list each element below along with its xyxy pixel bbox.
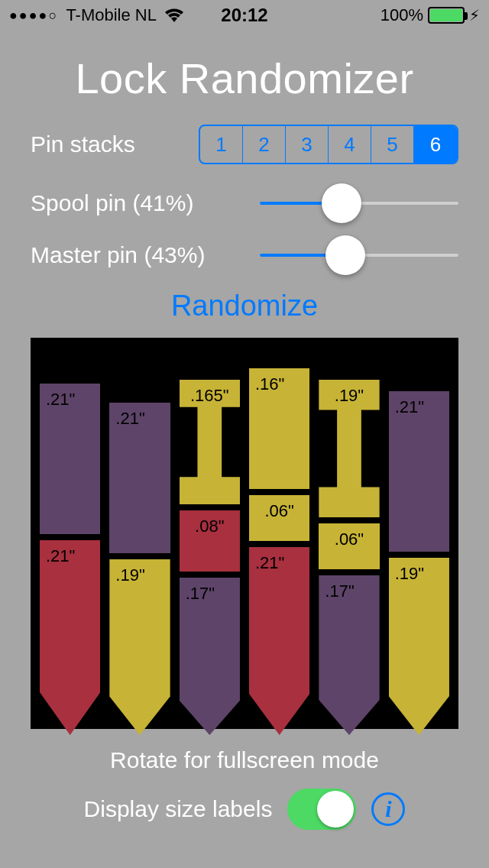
pin-size-label: .21" bbox=[395, 397, 424, 417]
pin-size-label: .08" bbox=[195, 517, 224, 536]
key-pin: .21" bbox=[40, 540, 100, 735]
pin-stack-2: .21".19" bbox=[109, 361, 170, 729]
pin-size-label: .06" bbox=[264, 501, 293, 521]
spool-pin-slider[interactable] bbox=[260, 202, 458, 205]
master-pin: .06" bbox=[319, 523, 379, 569]
pin-size-label: .16" bbox=[255, 374, 284, 394]
pin-stack-3: .165".08".17" bbox=[180, 361, 240, 729]
pin-size-label: .06" bbox=[335, 530, 364, 549]
master-slider-thumb[interactable] bbox=[325, 235, 365, 275]
key-pin: .19" bbox=[109, 559, 170, 735]
pin-stacks-option-6[interactable]: 6 bbox=[414, 126, 457, 163]
pin-stacks-option-3[interactable]: 3 bbox=[286, 126, 329, 163]
rotate-hint: Rotate for fullscreen mode bbox=[0, 747, 489, 773]
pin-stacks-row: Pin stacks 123456 bbox=[0, 125, 489, 164]
status-bar: ●●●●○ T-Mobile NL 20:12 100% ⚡︎ bbox=[0, 0, 489, 31]
master-pin: .06" bbox=[249, 495, 309, 541]
pin-stack-1: .21".21" bbox=[40, 361, 100, 729]
driver-pin: .21" bbox=[109, 403, 170, 553]
pin-stacks-label: Pin stacks bbox=[31, 131, 135, 157]
randomize-button[interactable]: Randomize bbox=[0, 290, 489, 322]
pin-visualization: .21".21".21".19".165".08".17".16".06".21… bbox=[31, 338, 458, 729]
pin-stack-4: .16".06".21" bbox=[249, 361, 309, 729]
master-pin: .08" bbox=[180, 510, 240, 572]
status-time: 20:12 bbox=[0, 5, 489, 26]
spool-pin-row: Spool pin (41%) bbox=[0, 190, 489, 216]
pin-size-label: .21" bbox=[115, 409, 144, 429]
master-pin-row: Master pin (43%) bbox=[0, 242, 489, 268]
pin-size-label: .21" bbox=[46, 390, 75, 410]
driver-pin: .21" bbox=[389, 391, 449, 552]
key-pin: .19" bbox=[389, 558, 449, 735]
pin-stacks-option-2[interactable]: 2 bbox=[243, 126, 286, 163]
key-pin: .17" bbox=[319, 575, 379, 735]
pin-stacks-option-4[interactable]: 4 bbox=[329, 126, 371, 163]
spool-slider-thumb[interactable] bbox=[322, 183, 361, 223]
master-pin-label: Master pin (43%) bbox=[31, 242, 205, 268]
key-pin: .21" bbox=[249, 547, 309, 735]
pin-size-label: .19" bbox=[115, 565, 144, 585]
pin-stacks-segmented-control[interactable]: 123456 bbox=[199, 125, 458, 164]
pin-size-label: .21" bbox=[255, 553, 284, 573]
driver-pin: .165" bbox=[180, 380, 240, 504]
pin-stacks-option-1[interactable]: 1 bbox=[200, 126, 243, 163]
key-pin: .17" bbox=[180, 578, 240, 735]
pin-stack-6: .21".19" bbox=[389, 361, 449, 729]
page-title: Lock Randomizer bbox=[0, 53, 489, 103]
pin-size-label: .21" bbox=[46, 546, 75, 566]
spool-pin-label: Spool pin (41%) bbox=[31, 190, 193, 216]
master-pin-slider[interactable] bbox=[260, 254, 458, 257]
battery-icon bbox=[428, 7, 465, 24]
pin-size-label: .19" bbox=[335, 386, 364, 406]
display-labels-row: Display size labels i bbox=[0, 789, 489, 830]
pin-size-label: .165" bbox=[190, 386, 229, 406]
pin-size-label: .17" bbox=[186, 584, 215, 604]
driver-pin: .21" bbox=[40, 384, 100, 534]
driver-pin: .19" bbox=[319, 380, 379, 517]
pin-size-label: .17" bbox=[325, 581, 354, 601]
pin-size-label: .19" bbox=[395, 564, 424, 584]
display-labels-label: Display size labels bbox=[84, 796, 273, 822]
info-button[interactable]: i bbox=[371, 792, 405, 826]
driver-pin: .16" bbox=[249, 368, 309, 489]
display-labels-toggle[interactable] bbox=[287, 789, 356, 830]
pin-stack-5: .19".06".17" bbox=[319, 361, 379, 729]
pin-stacks-option-5[interactable]: 5 bbox=[371, 126, 414, 163]
